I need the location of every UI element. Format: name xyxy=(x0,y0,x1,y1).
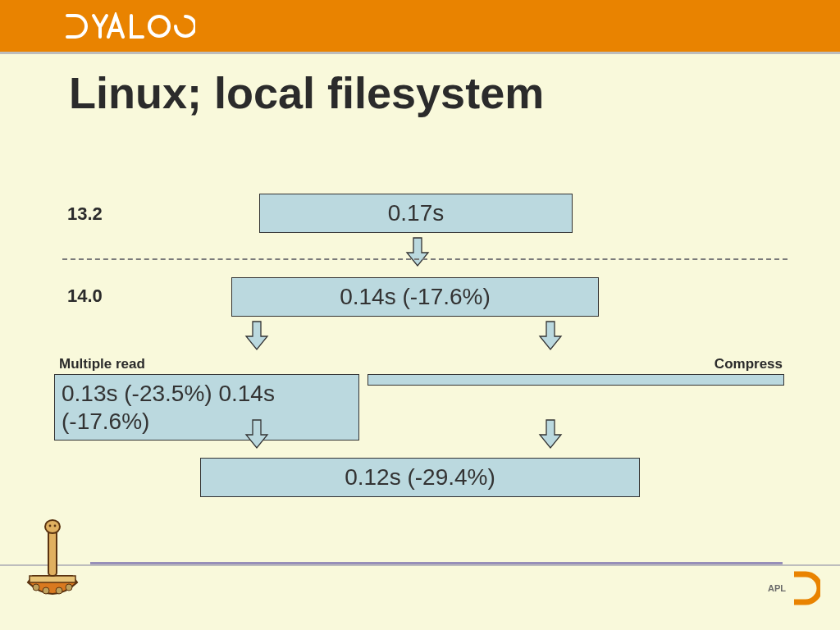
box-140-baseline: 0.14s (-17.6%) xyxy=(231,277,599,317)
arrow-down-icon xyxy=(244,320,269,353)
svg-point-8 xyxy=(66,584,72,591)
svg-point-3 xyxy=(49,525,52,527)
multiread-label: Multiple read xyxy=(59,356,145,372)
arrow-down-icon xyxy=(244,418,269,451)
compress-label: Compress xyxy=(714,356,783,372)
footer-rule-accent xyxy=(90,562,783,564)
box-compress xyxy=(368,374,784,386)
footer-rule xyxy=(0,564,840,566)
arrow-down-icon xyxy=(405,236,430,269)
svg-point-2 xyxy=(45,520,60,533)
version-label-132: 13.2 xyxy=(67,203,103,225)
apl-logo-icon: APL xyxy=(768,571,820,605)
arrow-down-icon xyxy=(538,320,563,353)
box-132-baseline: 0.17s xyxy=(259,194,573,233)
svg-point-7 xyxy=(56,587,62,594)
diagram-canvas: 13.2 0.17s 14.0 0.14s (-17.6%) Multiple … xyxy=(0,0,840,630)
box-combined: 0.12s (-29.4%) xyxy=(200,458,640,497)
version-label-140: 14.0 xyxy=(67,285,103,307)
box-multiread: 0.13s (-23.5%) 0.14s (-17.6%) xyxy=(54,374,359,441)
svg-point-5 xyxy=(33,584,39,591)
dashed-divider xyxy=(62,258,788,260)
svg-point-6 xyxy=(43,587,49,594)
viking-ship-icon xyxy=(20,518,85,612)
arrow-down-icon xyxy=(538,418,563,451)
svg-point-4 xyxy=(54,525,57,527)
